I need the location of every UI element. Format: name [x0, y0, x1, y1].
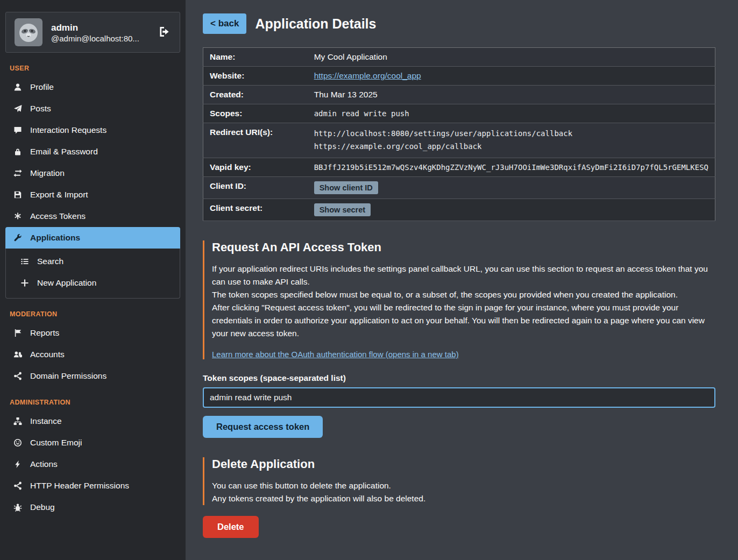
sidebar: admin @admin@localhost:80... USER Profil…	[0, 0, 186, 560]
sidebar-item-label: Actions	[30, 459, 58, 469]
sidebar-item-profile[interactable]: Profile	[5, 76, 180, 98]
share-nodes-icon	[13, 372, 23, 380]
token-scopes-input[interactable]	[203, 387, 715, 408]
table-row-created: Created: Thu Mar 13 2025	[203, 86, 715, 104]
sidebar-item-posts[interactable]: Posts	[5, 98, 180, 119]
sidebar-item-label: Debug	[30, 502, 55, 512]
row-value: Thu Mar 13 2025	[308, 86, 715, 104]
sidebar-item-access-tokens[interactable]: Access Tokens	[5, 205, 180, 227]
sidebar-item-search[interactable]: Search	[6, 251, 180, 272]
redirect-uri: http://localhost:8080/settings/user/appl…	[314, 127, 708, 140]
delete-button[interactable]: Delete	[203, 516, 259, 538]
sidebar-item-label: New Application	[37, 278, 96, 288]
sidebar-item-interaction-requests[interactable]: Interaction Requests	[5, 119, 180, 141]
request-token-paragraph: The token scopes specified below must be…	[212, 288, 715, 301]
sidebar-item-label: Interaction Requests	[30, 125, 107, 135]
delete-application-heading: Delete Application	[212, 457, 715, 471]
table-row-vapid-key: Vapid key: BBJffJ219b5iE512m7wQSzv4KgKDh…	[203, 158, 715, 176]
token-scopes-label: Token scopes (space-separated list)	[203, 373, 715, 383]
sidebar-item-label: Export & Import	[30, 190, 88, 200]
tools-icon	[13, 233, 23, 242]
row-label: Website:	[203, 67, 308, 86]
nav-section-administration: ADMINISTRATION	[10, 399, 176, 406]
paper-plane-icon	[13, 104, 23, 113]
row-label: Vapid key:	[203, 158, 308, 176]
applications-submenu: Search New Application	[5, 249, 180, 299]
sidebar-item-migration[interactable]: Migration	[5, 162, 180, 184]
row-value: My Cool Application	[308, 48, 715, 67]
request-token-section: Request An API Access Token If your appl…	[203, 240, 715, 359]
sidebar-item-label: Posts	[30, 104, 51, 114]
sitemap-icon	[13, 417, 23, 426]
share-nodes-icon	[13, 481, 23, 490]
user-card: admin @admin@localhost:80...	[5, 12, 180, 53]
row-label: Created:	[203, 86, 308, 104]
sidebar-item-applications[interactable]: Applications	[5, 227, 180, 249]
table-row-client-id: Client ID: Show client ID	[203, 176, 715, 199]
user-name: admin	[51, 22, 139, 34]
user-icon	[13, 83, 23, 91]
sidebar-item-label: Domain Permissions	[30, 371, 107, 381]
logout-button[interactable]	[157, 25, 171, 40]
asterisk-icon	[13, 212, 23, 221]
request-token-paragraph: If your application redirect URIs includ…	[212, 263, 715, 288]
plus-icon	[20, 279, 30, 287]
sidebar-item-accounts[interactable]: Accounts	[5, 344, 180, 365]
sidebar-item-label: Custom Emoji	[30, 438, 82, 448]
sidebar-item-label: Access Tokens	[30, 211, 86, 221]
sidebar-item-instance[interactable]: Instance	[5, 410, 180, 432]
user-handle: @admin@localhost:80...	[51, 34, 139, 43]
show-secret-button[interactable]: Show secret	[314, 203, 371, 216]
sidebar-item-actions[interactable]: Actions	[5, 453, 180, 475]
page-header: < back Application Details	[203, 13, 715, 34]
sidebar-item-new-application[interactable]: New Application	[6, 272, 180, 294]
request-access-token-button[interactable]: Request access token	[203, 416, 323, 438]
table-row-scopes: Scopes: admin read write push	[203, 104, 715, 123]
list-icon	[20, 257, 30, 266]
sidebar-nav: USER Profile Posts Interaction Requests …	[5, 65, 180, 518]
table-row-redirect-uris: Redirect URI(s): http://localhost:8080/s…	[203, 123, 715, 158]
show-client-id-button[interactable]: Show client ID	[314, 181, 378, 194]
users-icon	[13, 350, 23, 359]
sidebar-item-reports[interactable]: Reports	[5, 322, 180, 344]
table-row-client-secret: Client secret: Show secret	[203, 199, 715, 221]
sidebar-item-label: Instance	[30, 416, 62, 426]
delete-paragraph: You can use this button to delete the ap…	[212, 479, 715, 492]
row-label: Name:	[203, 48, 308, 67]
vapid-key-value: BBJffJ219b5iE512m7wQSzv4KgKDhgZZVzNyWC_r…	[308, 158, 715, 176]
page-title: Application Details	[255, 16, 376, 32]
sign-out-icon	[158, 26, 170, 39]
sidebar-item-label: Search	[37, 257, 63, 266]
request-token-heading: Request An API Access Token	[212, 240, 715, 254]
sidebar-item-debug[interactable]: Debug	[5, 497, 180, 518]
table-row-name: Name: My Cool Application	[203, 48, 715, 67]
request-token-paragraph: After clicking "Request access token", y…	[212, 301, 715, 340]
sidebar-item-export-import[interactable]: Export & Import	[5, 184, 180, 205]
smiley-icon	[13, 438, 23, 447]
main-panel: < back Application Details Name: My Cool…	[186, 0, 738, 560]
comment-icon	[13, 126, 23, 134]
sidebar-item-label: Applications	[30, 233, 80, 243]
redirect-uri: https://example.org/cool_app/callback	[314, 140, 708, 153]
website-link[interactable]: https://example.org/cool_app	[314, 71, 421, 80]
nav-section-moderation: MODERATION	[10, 310, 176, 318]
avatar	[15, 18, 42, 46]
nav-section-user: USER	[10, 65, 176, 72]
bug-icon	[13, 503, 23, 512]
bolt-icon	[13, 460, 23, 469]
exchange-arrows-icon	[13, 169, 23, 178]
sidebar-item-label: HTTP Header Permissions	[30, 481, 129, 491]
sidebar-item-http-header-permissions[interactable]: HTTP Header Permissions	[5, 475, 180, 497]
sidebar-item-label: Email & Password	[30, 147, 98, 157]
sidebar-item-custom-emoji[interactable]: Custom Emoji	[5, 432, 180, 453]
sidebar-item-domain-permissions[interactable]: Domain Permissions	[5, 365, 180, 387]
sidebar-item-label: Reports	[30, 328, 59, 338]
sidebar-item-email-password[interactable]: Email & Password	[5, 141, 180, 162]
row-label: Client ID:	[203, 176, 308, 199]
sidebar-item-label: Profile	[30, 82, 54, 92]
save-icon	[13, 190, 23, 199]
sidebar-group-applications: Applications Search New Application	[5, 227, 180, 299]
row-label: Redirect URI(s):	[203, 123, 308, 158]
oauth-docs-link[interactable]: Learn more about the OAuth authenticatio…	[212, 350, 459, 359]
back-button[interactable]: < back	[203, 13, 246, 34]
